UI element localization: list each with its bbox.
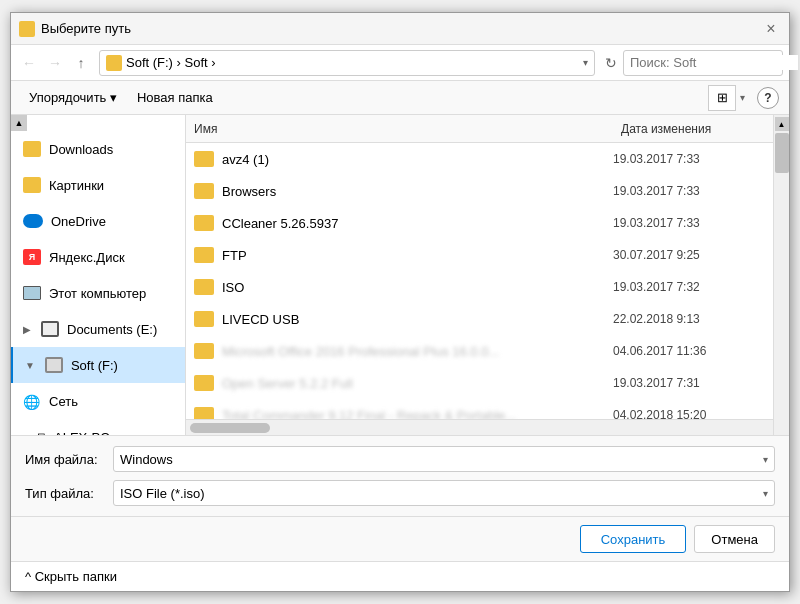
back-button[interactable]: ← [17, 51, 41, 75]
col-name-header[interactable]: Имя [186, 115, 613, 142]
file-date: 30.07.2017 9:25 [613, 248, 773, 262]
file-date: 22.02.2018 9:13 [613, 312, 773, 326]
filename-label: Имя файла: [25, 452, 105, 467]
sidebar-item-kartinki[interactable]: Картинки [11, 167, 185, 203]
table-row[interactable]: ISO 19.03.2017 7:32 [186, 271, 773, 303]
folder-icon [194, 183, 214, 199]
table-row[interactable]: LIVECD USB 22.02.2018 9:13 [186, 303, 773, 335]
sidebar-scroll-up[interactable]: ▲ [11, 115, 27, 131]
horizontal-scrollbar[interactable] [186, 419, 773, 435]
sidebar-item-alexpc[interactable]: 🖥 ALEX-PC [11, 419, 185, 435]
filename-input[interactable]: Windows ▾ [113, 446, 775, 472]
cancel-button[interactable]: Отмена [694, 525, 775, 553]
file-date: 19.03.2017 7:33 [613, 216, 773, 230]
sidebar-item-onedrive[interactable]: OneDrive [11, 203, 185, 239]
sidebar-item-downloads[interactable]: Downloads [11, 131, 185, 167]
file-name: LIVECD USB [222, 312, 613, 327]
col-date-header: Дата изменения [613, 122, 773, 136]
file-name: Browsers [222, 184, 613, 199]
view-icon: ⊞ [717, 90, 728, 105]
address-separator-1: › [177, 55, 185, 70]
folder-icon [194, 375, 214, 391]
action-buttons: Сохранить Отмена [11, 516, 789, 561]
dialog-title: Выберите путь [41, 21, 131, 36]
folder-icon [194, 279, 214, 295]
sidebar-item-computer[interactable]: Этот компьютер [11, 275, 185, 311]
table-row[interactable]: Total Commander 9.12 Final - Repack & Po… [186, 399, 773, 419]
folder-icon [194, 247, 214, 263]
sidebar-item-label: OneDrive [51, 214, 106, 229]
filetype-value: ISO File (*.iso) [120, 486, 205, 501]
hide-folders-button[interactable]: ^ Скрыть папки [25, 569, 117, 584]
sidebar-item-label: Documents (E:) [67, 322, 157, 337]
address-part-1: Soft (F:) [126, 55, 173, 70]
address-separator-2: › [211, 55, 215, 70]
table-row[interactable]: CCleaner 5.26.5937 19.03.2017 7:33 [186, 207, 773, 239]
table-row[interactable]: Open Server 5.2.2 Full 19.03.2017 7:31 [186, 367, 773, 399]
toolbar: Упорядочить ▾ Новая папка ⊞ ▾ ? [11, 81, 789, 115]
filename-dropdown-arrow[interactable]: ▾ [763, 454, 768, 465]
address-dropdown-arrow[interactable]: ▾ [583, 57, 588, 68]
sidebar-item-yandex[interactable]: Я Яндекс.Диск [11, 239, 185, 275]
view-dropdown-arrow[interactable]: ▾ [740, 92, 745, 103]
scroll-up-button[interactable]: ▲ [775, 117, 789, 131]
sidebar-item-network[interactable]: 🌐 Сеть [11, 383, 185, 419]
file-list-container: Имя Дата изменения avz4 (1) 19.03.2017 7… [186, 115, 773, 435]
filetype-select[interactable]: ISO File (*.iso) ▾ [113, 480, 775, 506]
filename-value: Windows [120, 452, 173, 467]
filetype-row: Тип файла: ISO File (*.iso) ▾ [25, 480, 775, 506]
title-bar: Выберите путь × [11, 13, 789, 45]
refresh-button[interactable]: ↻ [601, 53, 621, 73]
table-row[interactable]: Browsers 19.03.2017 7:33 [186, 175, 773, 207]
file-dialog: Выберите путь × ← → ↑ Soft (F:) › Soft ›… [10, 12, 790, 592]
address-bar[interactable]: Soft (F:) › Soft › ▾ [99, 50, 595, 76]
address-text: Soft (F:) › Soft › [126, 55, 579, 70]
sidebar-item-soft-f[interactable]: ▼ Soft (F:) [11, 347, 185, 383]
view-button[interactable]: ⊞ [708, 85, 736, 111]
nav-bar: ← → ↑ Soft (F:) › Soft › ▾ ↻ 🔍 [11, 45, 789, 81]
expand-icon: ▶ [23, 324, 31, 335]
close-button[interactable]: × [761, 19, 781, 39]
sidebar-item-label: Сеть [49, 394, 78, 409]
save-button[interactable]: Сохранить [580, 525, 687, 553]
up-button[interactable]: ↑ [69, 51, 93, 75]
folder-icon [194, 311, 214, 327]
forward-button[interactable]: → [43, 51, 67, 75]
dialog-icon [19, 21, 35, 37]
sidebar-item-documents-e[interactable]: ▶ Documents (E:) [11, 311, 185, 347]
file-name: ISO [222, 280, 613, 295]
filename-row: Имя файла: Windows ▾ [25, 446, 775, 472]
sidebar-item-label: Этот компьютер [49, 286, 146, 301]
file-date: 04.06.2017 11:36 [613, 344, 773, 358]
file-date: 19.03.2017 7:33 [613, 184, 773, 198]
address-folder-icon [106, 55, 122, 71]
address-part-2: Soft [185, 55, 208, 70]
folder-icon [194, 343, 214, 359]
scroll-thumb[interactable] [775, 133, 789, 173]
sidebar-item-label: Downloads [49, 142, 113, 157]
yandex-icon: Я [23, 249, 41, 265]
new-folder-button[interactable]: Новая папка [129, 85, 221, 111]
table-row[interactable]: Microsoft Office 2016 Professional Plus … [186, 335, 773, 367]
sidebar: ▲ Downloads Картинки OneDrive Я Яндекс.Д… [11, 115, 186, 435]
folder-icon [23, 141, 41, 157]
file-name: FTP [222, 248, 613, 263]
bottom-form: Имя файла: Windows ▾ Тип файла: ISO File… [11, 435, 789, 516]
search-bar[interactable]: 🔍 [623, 50, 783, 76]
filetype-dropdown-arrow[interactable]: ▾ [763, 488, 768, 499]
table-row[interactable]: FTP 30.07.2017 9:25 [186, 239, 773, 271]
file-name: Microsoft Office 2016 Professional Plus … [222, 344, 613, 359]
network-icon: 🌐 [23, 394, 41, 408]
vertical-scrollbar[interactable]: ▲ [773, 115, 789, 435]
scrollbar-thumb[interactable] [190, 423, 270, 433]
expand-icon: ▼ [25, 360, 35, 371]
search-input[interactable] [630, 55, 798, 70]
help-button[interactable]: ? [757, 87, 779, 109]
hide-folders-bar: ^ Скрыть папки [11, 561, 789, 591]
title-bar-left: Выберите путь [19, 21, 131, 37]
file-list-header: Имя Дата изменения [186, 115, 773, 143]
table-row[interactable]: avz4 (1) 19.03.2017 7:33 [186, 143, 773, 175]
organize-button[interactable]: Упорядочить ▾ [21, 85, 125, 111]
file-name: Open Server 5.2.2 Full [222, 376, 613, 391]
folder-icon [194, 151, 214, 167]
